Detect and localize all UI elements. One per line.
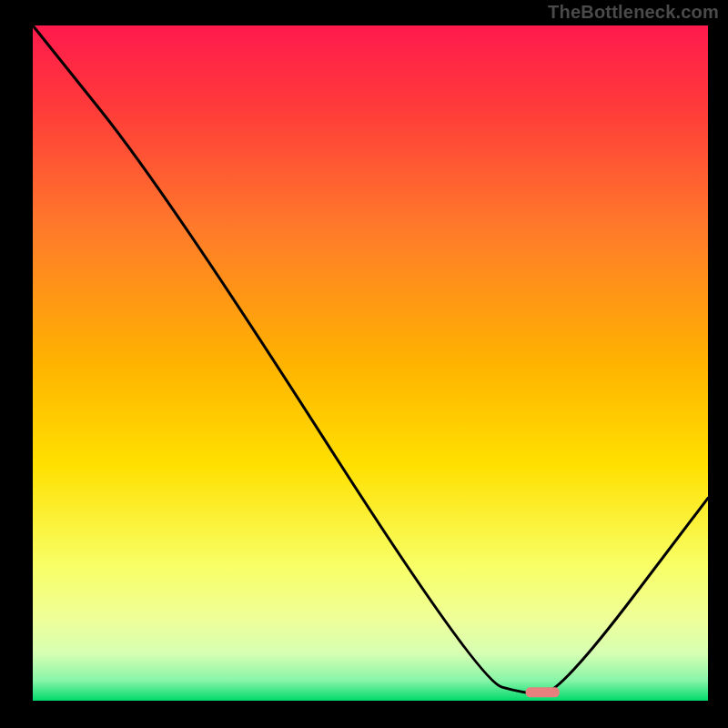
plot-background: [33, 25, 708, 701]
bottleneck-chart: [0, 0, 728, 728]
chart-stage: TheBottleneck.com: [0, 0, 728, 728]
optimal-range-marker: [526, 687, 560, 697]
